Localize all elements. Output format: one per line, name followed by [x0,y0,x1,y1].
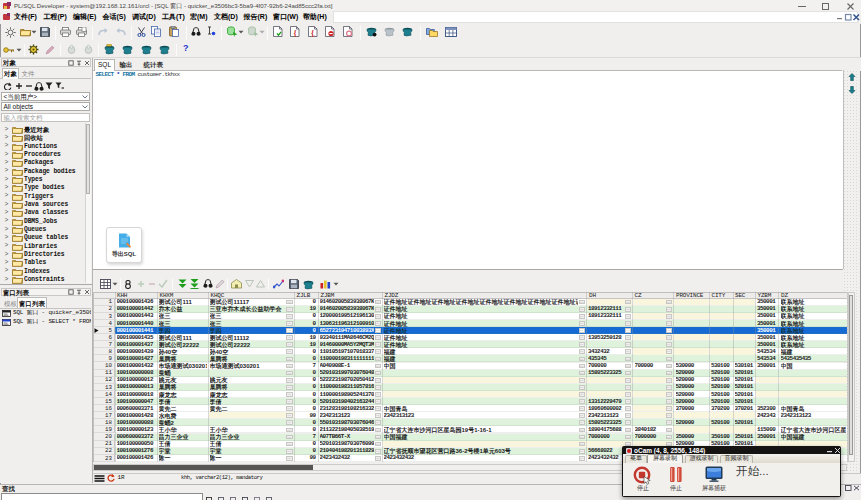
svg-text:{: { [294,29,297,38]
svg-text:.: . [314,31,315,37]
